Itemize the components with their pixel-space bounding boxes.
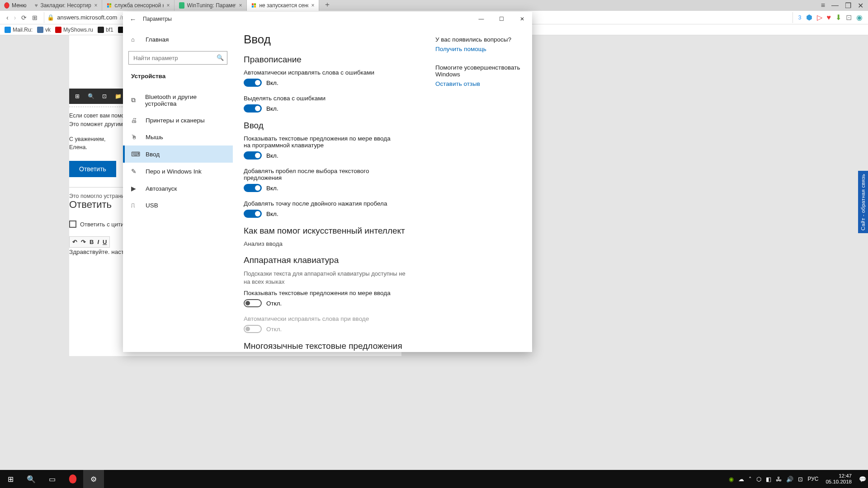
tray-icon[interactable]: ⬡ bbox=[756, 476, 761, 483]
date: 05.10.2018 bbox=[826, 479, 852, 485]
sidebar-item-usb[interactable]: ⎍USB bbox=[123, 197, 233, 214]
setting-label: Выделять слова с ошибками bbox=[244, 95, 393, 102]
search-button[interactable]: 🔍 bbox=[21, 470, 42, 488]
section-hw: Аппаратная клавиатура bbox=[244, 255, 413, 265]
search-input[interactable] bbox=[128, 51, 227, 65]
bookmark-myshows[interactable]: MyShows.ru bbox=[55, 27, 93, 33]
close-icon[interactable]: × bbox=[94, 2, 97, 9]
toggle-suggestions[interactable] bbox=[244, 151, 262, 160]
svg-point-0 bbox=[5, 3, 9, 9]
speed-dial-icon[interactable]: ⊞ bbox=[32, 14, 38, 21]
sidebar-item-typing[interactable]: ⌨Ввод bbox=[123, 145, 233, 163]
reload-icon[interactable]: ⟳ bbox=[21, 14, 27, 21]
toggle-hw-suggest[interactable] bbox=[244, 299, 262, 307]
shield-icon[interactable]: ⬢ bbox=[806, 13, 812, 22]
opera-taskbar-icon[interactable] bbox=[62, 470, 83, 488]
windows-icon[interactable]: ⊞ bbox=[74, 93, 81, 100]
arrow-icon[interactable]: ▷ bbox=[817, 13, 822, 22]
undo-icon[interactable]: ↶ bbox=[72, 239, 77, 245]
bold-icon[interactable]: B bbox=[90, 239, 94, 245]
feedback-tab[interactable]: Сайт - обратная связь bbox=[858, 171, 868, 233]
close-icon[interactable]: ✕ bbox=[512, 12, 532, 26]
tray-icon[interactable]: ⊡ bbox=[798, 476, 803, 483]
sidebar-item-home[interactable]: ⌂ Главная bbox=[123, 33, 233, 47]
volume-icon[interactable]: 🔊 bbox=[786, 476, 793, 483]
lock-icon: 🔒 bbox=[47, 14, 54, 21]
heart-icon[interactable]: ♥ bbox=[827, 14, 831, 22]
checkbox-icon[interactable] bbox=[69, 221, 76, 228]
explorer-icon[interactable]: 📁 bbox=[114, 93, 122, 100]
hw-subtitle: Подсказки текста для аппаратной клавиату… bbox=[244, 270, 406, 286]
maximize-icon[interactable]: ☐ bbox=[491, 12, 512, 26]
tray-icon[interactable]: ◧ bbox=[766, 476, 771, 483]
sidebar-item-mouse[interactable]: 🖱Мышь bbox=[123, 129, 233, 145]
autoplay-icon: ▶ bbox=[131, 185, 139, 192]
download-icon[interactable]: ⬇ bbox=[835, 13, 841, 22]
tab-wintuning[interactable]: WinTuning: Параметры з × bbox=[175, 0, 247, 11]
italic-icon[interactable]: I bbox=[97, 239, 99, 245]
help-link[interactable]: Получить помощь bbox=[435, 46, 521, 52]
redo-icon[interactable]: ↷ bbox=[81, 239, 86, 245]
language-indicator[interactable]: РУС bbox=[807, 476, 818, 482]
settings-taskbar-icon[interactable]: ⚙ bbox=[83, 470, 104, 488]
close-icon[interactable]: × bbox=[166, 2, 170, 9]
taskview-icon[interactable]: ⊡ bbox=[101, 93, 108, 100]
clock[interactable]: 12:47 05.10.2018 bbox=[823, 473, 854, 485]
close-icon[interactable]: × bbox=[239, 2, 242, 9]
site-icon bbox=[98, 27, 104, 33]
bookmark-mailru[interactable]: Mail.Ru: bbox=[5, 27, 33, 33]
reply-button[interactable]: Ответить bbox=[69, 161, 116, 177]
settings-titlebar: ← Параметры — ☐ ✕ bbox=[123, 12, 532, 26]
chevron-up-icon[interactable]: ˄ bbox=[749, 476, 752, 483]
adblock-badge[interactable]: 3 bbox=[798, 14, 802, 21]
network-icon[interactable]: 🖧 bbox=[776, 476, 782, 483]
forward-icon[interactable]: › bbox=[14, 14, 16, 21]
page-title: Ввод bbox=[244, 33, 413, 47]
sidebar-item-label: Главная bbox=[146, 36, 169, 43]
minimize-icon[interactable]: — bbox=[471, 12, 491, 26]
start-button[interactable]: ⊞ bbox=[0, 470, 21, 488]
close-icon[interactable]: × bbox=[311, 2, 314, 9]
svg-rect-7 bbox=[252, 5, 254, 7]
bookmark-bf1[interactable]: bf1 bbox=[98, 27, 113, 33]
toggle-period[interactable] bbox=[244, 210, 262, 218]
underline-icon[interactable]: U bbox=[103, 239, 107, 245]
toggle-autocorrect[interactable] bbox=[244, 79, 262, 87]
sidebar-item-bluetooth[interactable]: ⧉Bluetooth и другие устройства bbox=[123, 89, 233, 112]
feedback-link[interactable]: Оставить отзыв bbox=[435, 80, 521, 87]
toggle-hw-correct bbox=[244, 325, 262, 333]
tab-keyboard-service[interactable]: служба сенсорной клави × bbox=[102, 0, 175, 11]
extension-icon[interactable]: ⊡ bbox=[846, 13, 852, 22]
ai-link[interactable]: Анализ ввода bbox=[244, 240, 413, 247]
taskview-button[interactable]: ▭ bbox=[42, 470, 62, 488]
onedrive-icon[interactable]: ☁ bbox=[738, 476, 744, 483]
bookmark-vk[interactable]: vk bbox=[37, 27, 51, 33]
action-center-icon[interactable]: 💬 bbox=[859, 476, 866, 483]
vpn-icon[interactable]: ◉ bbox=[856, 13, 863, 22]
new-tab-button[interactable]: ＋ bbox=[319, 0, 335, 11]
back-icon[interactable]: ‹ bbox=[6, 14, 9, 21]
opera-menu[interactable]: Меню bbox=[0, 2, 30, 9]
nvidia-icon[interactable]: ◉ bbox=[729, 476, 734, 483]
back-icon[interactable]: ← bbox=[123, 15, 143, 23]
speed-dial-icon[interactable]: ≡ bbox=[821, 1, 825, 10]
pen-icon: ✎ bbox=[131, 168, 139, 175]
quote-checkbox-row[interactable]: Ответить с цитиро bbox=[69, 221, 131, 228]
toggle-space[interactable] bbox=[244, 184, 262, 192]
sidebar-item-label: Автозапуск bbox=[146, 185, 177, 192]
minimize-icon[interactable]: — bbox=[831, 1, 839, 10]
sidebar-item-pen[interactable]: ✎Перо и Windows Ink bbox=[123, 163, 233, 180]
close-icon[interactable]: ✕ bbox=[858, 1, 863, 10]
tab-title: не запускается сенсорна bbox=[259, 2, 308, 9]
bookmark-label: bf1 bbox=[106, 27, 113, 33]
tab-bookmarks[interactable]: ♥ Закладки: Несортирован × bbox=[30, 0, 102, 11]
tab-answers[interactable]: не запускается сенсорна × bbox=[247, 0, 319, 11]
sidebar-item-autoplay[interactable]: ▶Автозапуск bbox=[123, 180, 233, 197]
toggle-highlight[interactable] bbox=[244, 104, 262, 113]
maximize-icon[interactable]: ❐ bbox=[845, 1, 851, 10]
editor-text[interactable]: Здравствуйте. настро bbox=[69, 249, 131, 255]
sidebar-item-printers[interactable]: 🖨Принтеры и сканеры bbox=[123, 112, 233, 129]
search-icon[interactable]: 🔍 bbox=[87, 93, 94, 100]
search-icon[interactable]: 🔍 bbox=[217, 54, 224, 61]
svg-rect-2 bbox=[109, 3, 111, 5]
